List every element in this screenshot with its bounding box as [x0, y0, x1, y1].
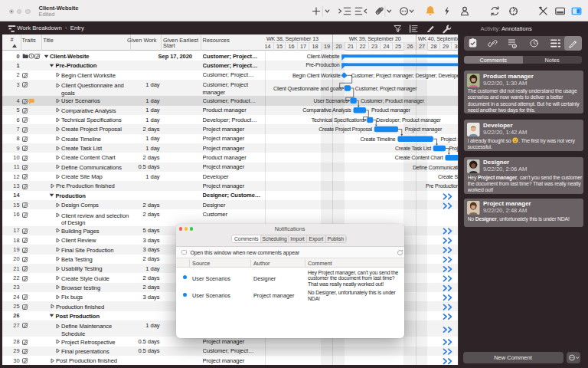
svg-text:Define Communications: Define Communications: [413, 165, 458, 170]
svg-text:Project manager: Project manager: [440, 136, 458, 143]
svg-text:User Scenarios: User Scenarios: [314, 98, 349, 104]
svg-text:Developer; Product manager: Developer; Product manager: [376, 117, 441, 123]
svg-text:Begin Client Worksite: Begin Client Worksite: [292, 73, 341, 79]
svg-text:Product manager: Product manager: [371, 107, 411, 113]
svg-text:Create Content Chart: Create Content Chart: [395, 155, 443, 160]
svg-text:Customer; Product manager: Customer; Product manager: [361, 98, 425, 104]
svg-text:Customer; Project manager: Customer; Project manager: [355, 86, 417, 92]
svg-text:Comparative Analysis: Comparative Analysis: [302, 107, 351, 113]
svg-text:Pre-Production: Pre-Production: [306, 62, 340, 67]
svg-text:Create Timeline: Create Timeline: [360, 136, 395, 142]
svg-text:Pre Production finished: Pre Production finished: [426, 183, 458, 189]
svg-text:Client Questionnaire and goals: Client Questionnaire and goals: [273, 86, 342, 92]
svg-text:Project manager: Project manager: [405, 127, 443, 133]
svg-text:Project manager: Project manager: [449, 146, 458, 152]
svg-text:Create Project Proposal: Create Project Proposal: [318, 127, 372, 133]
svg-text:Customer; Project manager; Des: Customer; Project manager; Designer; Dev…: [351, 73, 459, 79]
svg-text:Technical Specifications: Technical Specifications: [312, 117, 365, 123]
svg-text:Create Site Map: Create Site Map: [438, 174, 458, 180]
svg-text:Create Task List: Create Task List: [395, 146, 431, 151]
svg-text:Client-Website: Client-Website: [307, 54, 340, 59]
